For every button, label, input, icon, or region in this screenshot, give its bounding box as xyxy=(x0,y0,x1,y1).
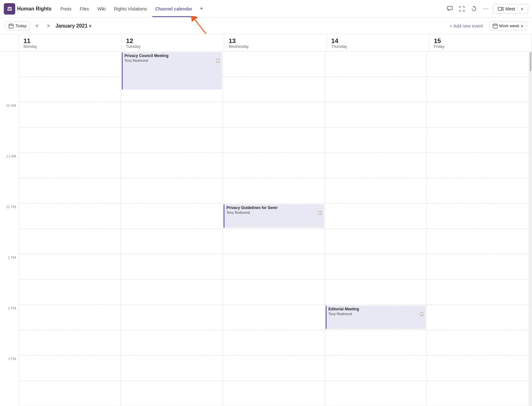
event-editorial-title: Editorial Meeting xyxy=(328,307,424,312)
event-privacy-guidelines-organizer: Tony Redmond 📋 xyxy=(226,211,322,215)
day-col-thu: Editorial Meeting Tony Redmond 📋 xyxy=(325,52,427,406)
calendar-container: 11 Monday 12 Tuesday 13 Wednesday 14 Thu… xyxy=(0,34,532,406)
today-label: Today xyxy=(16,23,27,28)
time-slot-1130 xyxy=(0,178,19,204)
day-name-fri: Friday xyxy=(434,44,527,49)
event-editorial-organizer: Tony Redmond 📋 xyxy=(328,312,424,316)
event-privacy-guidelines-title: Privacy Guidelines for Semi- xyxy=(226,206,322,211)
day-num-11: 11 xyxy=(23,37,117,44)
time-slot-2pm: 2 PM xyxy=(0,305,19,330)
today-button[interactable]: Today xyxy=(5,22,30,30)
day-num-14: 14 xyxy=(331,37,425,44)
top-nav: ⚖ Human Rights Posts Files Wiki Rights V… xyxy=(0,0,532,18)
meet-label: Meet xyxy=(505,6,515,11)
day-col-fri xyxy=(427,52,529,406)
day-header-mon: 11 Monday xyxy=(19,34,122,51)
svg-rect-8 xyxy=(493,24,497,28)
time-slot-12pm: 12 PM xyxy=(0,204,19,229)
event-icon: 📋 xyxy=(216,59,220,63)
add-icon: + xyxy=(450,23,452,29)
time-slot-1030 xyxy=(0,128,19,153)
day-header-tue: 12 Tuesday xyxy=(122,34,224,51)
refresh-icon-btn[interactable] xyxy=(469,4,479,14)
day-col-mon xyxy=(19,52,121,406)
svg-rect-2 xyxy=(447,6,452,10)
time-slot-3pm: 3 PM xyxy=(0,356,19,381)
day-num-13: 13 xyxy=(229,37,322,44)
event-privacy-council-organizer: Tony Redmond 📋 xyxy=(125,59,220,63)
nav-add-tab[interactable]: + xyxy=(197,3,206,14)
calendar-toolbar: Today < > January 2021 ∨ + Add new event… xyxy=(0,18,532,34)
scrollbar-thumb[interactable] xyxy=(530,52,531,71)
time-slot-10am: 10 AM xyxy=(0,102,19,128)
prev-arrow[interactable]: < xyxy=(33,22,42,30)
nav-actions: ··· Meet ∨ xyxy=(445,4,528,14)
time-slot-1230 xyxy=(0,229,19,254)
time-column: 10 AM 11 AM 12 PM 1 PM 2 PM 3 PM 4 PM 5 … xyxy=(0,52,19,406)
nav-files[interactable]: Files xyxy=(76,4,92,13)
time-slot-0 xyxy=(0,52,19,77)
day-header-thu: 14 Thursday xyxy=(327,34,430,51)
nav-posts[interactable]: Posts xyxy=(57,4,75,13)
work-week-button[interactable]: Work week ∨ xyxy=(489,22,527,30)
app-title: Human Rights xyxy=(17,6,51,12)
time-slot-1pm: 1 PM xyxy=(0,254,19,280)
event-privacy-guidelines[interactable]: Privacy Guidelines for Semi- Tony Redmon… xyxy=(224,204,324,228)
svg-rect-3 xyxy=(498,7,502,10)
day-name-thu: Thursday xyxy=(331,44,425,49)
time-slot-230 xyxy=(0,330,19,356)
month-chevron: ∨ xyxy=(89,24,92,28)
time-slot-130 xyxy=(0,280,19,305)
chat-icon-btn[interactable] xyxy=(445,4,455,14)
nav-rights-violations[interactable]: Rights Violations xyxy=(111,4,150,13)
add-event-button[interactable]: + Add new event xyxy=(446,22,487,30)
calendar-days-grid: Privacy Council Meeting Tony Redmond 📋 xyxy=(19,52,529,406)
day-num-15: 15 xyxy=(434,37,527,44)
event-editorial-icon: 📋 xyxy=(419,312,424,316)
day-num-12: 12 xyxy=(126,37,220,44)
time-slot-330 xyxy=(0,381,19,406)
event-privacy-council[interactable]: Privacy Council Meeting Tony Redmond 📋 xyxy=(122,52,222,90)
meet-chevron[interactable]: ∨ xyxy=(518,7,523,11)
scrollbar[interactable] xyxy=(529,52,532,406)
next-arrow[interactable]: > xyxy=(44,22,53,30)
month-label[interactable]: January 2021 ∨ xyxy=(55,23,92,29)
svg-text:⚖: ⚖ xyxy=(7,6,12,12)
time-slot-1 xyxy=(0,77,19,102)
day-header-wed: 13 Wednesday xyxy=(224,34,327,51)
meet-button[interactable]: Meet ∨ xyxy=(493,4,528,14)
day-header-fri: 15 Friday xyxy=(429,34,532,51)
day-name-wed: Wednesday xyxy=(229,44,322,49)
time-slot-11am: 11 AM xyxy=(0,153,19,178)
work-week-label: Work week xyxy=(499,23,519,28)
event-privacy-council-title: Privacy Council Meeting xyxy=(125,54,220,59)
calendar-header: 11 Monday 12 Tuesday 13 Wednesday 14 Thu… xyxy=(0,34,532,52)
day-col-tue: Privacy Council Meeting Tony Redmond 📋 xyxy=(121,52,223,406)
event-editorial-meeting[interactable]: Editorial Meeting Tony Redmond 📋 xyxy=(326,306,426,329)
app-logo: ⚖ xyxy=(4,3,15,15)
calendar-body[interactable]: 10 AM 11 AM 12 PM 1 PM 2 PM 3 PM 4 PM 5 … xyxy=(0,52,532,406)
day-col-wed: Privacy Guidelines for Semi- Tony Redmon… xyxy=(223,52,325,406)
day-name-mon: Monday xyxy=(23,44,117,49)
expand-icon-btn[interactable] xyxy=(457,4,467,14)
event-calendar-icon: 📋 xyxy=(318,211,322,215)
svg-rect-4 xyxy=(9,24,13,28)
view-chevron: ∨ xyxy=(521,24,523,28)
day-name-tue: Tuesday xyxy=(126,44,220,49)
more-options-btn[interactable]: ··· xyxy=(481,4,491,14)
nav-channel-calendar[interactable]: Channel calendar xyxy=(152,4,196,13)
nav-wiki[interactable]: Wiki xyxy=(94,4,109,13)
time-corner xyxy=(0,34,19,51)
